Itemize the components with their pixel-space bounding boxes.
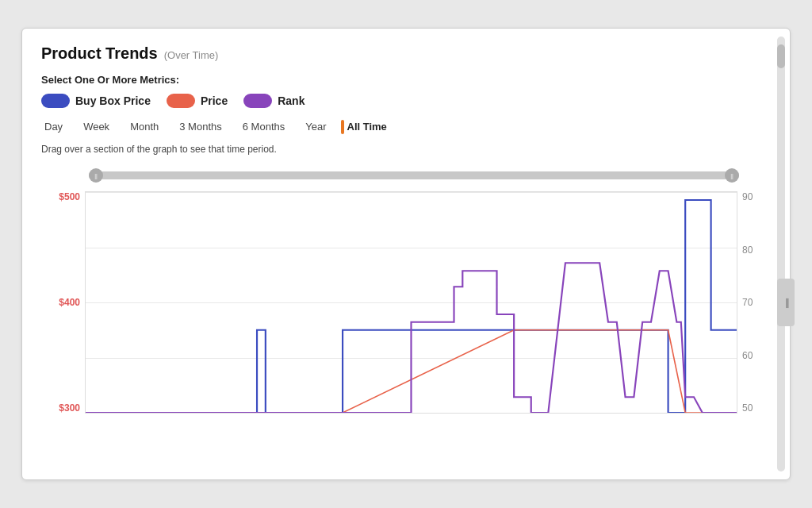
grid-line-5 <box>86 413 737 414</box>
metrics-label: Select One Or More Metrics: <box>41 74 771 86</box>
y-left-label-2: $300 <box>59 402 80 414</box>
price-label: Price <box>201 94 228 107</box>
scrollbar-thumb[interactable] <box>777 44 785 68</box>
time-btn-month[interactable]: Month <box>127 119 162 134</box>
legend-buy-box-price[interactable]: Buy Box Price <box>41 94 151 108</box>
graph-inner <box>85 191 737 414</box>
time-btn-all-time[interactable]: All Time <box>344 119 390 134</box>
legend-price[interactable]: Price <box>167 94 228 108</box>
y-right-label-4: 50 <box>742 402 753 414</box>
range-handle-left[interactable] <box>89 168 103 183</box>
product-trends-card: Product Trends (Over Time) Select One Or… <box>21 28 791 480</box>
price-pill <box>167 94 195 108</box>
time-btn-year[interactable]: Year <box>302 119 329 134</box>
time-btn-week[interactable]: Week <box>80 119 113 134</box>
time-btn-6months[interactable]: 6 Months <box>239 119 288 134</box>
right-scroll-btn[interactable] <box>777 279 795 326</box>
y-left-label-1: $400 <box>59 297 80 308</box>
graph-container: $500 $400 $300 <box>41 191 771 414</box>
legend-row: Buy Box Price Price Rank <box>41 94 771 108</box>
rank-label: Rank <box>278 94 304 107</box>
drag-hint: Drag over a section of the graph to see … <box>41 144 771 155</box>
buy-box-price-label: Buy Box Price <box>75 94 151 107</box>
y-axis-left: $500 $400 $300 <box>41 191 85 414</box>
y-left-label-0: $500 <box>59 191 80 202</box>
chart-svg <box>86 192 737 413</box>
y-right-label-3: 60 <box>742 350 753 361</box>
buy-box-price-pill <box>41 94 70 108</box>
chart-area: $500 $400 $300 <box>41 166 771 428</box>
y-right-label-0: 90 <box>742 191 753 202</box>
y-axis-right: 90 80 70 60 50 <box>737 191 771 414</box>
page-title: Product Trends <box>41 44 158 63</box>
time-btn-day[interactable]: Day <box>41 119 66 134</box>
y-right-label-1: 80 <box>742 244 753 256</box>
rank-pill <box>243 94 272 108</box>
title-row: Product Trends (Over Time) <box>41 44 771 63</box>
timerange-row: Day Week Month 3 Months 6 Months Year Al… <box>41 119 771 134</box>
legend-rank[interactable]: Rank <box>243 94 304 108</box>
y-right-label-2: 70 <box>742 297 753 308</box>
scrollbar[interactable] <box>777 37 785 471</box>
range-slider[interactable] <box>89 166 739 185</box>
range-handle-right[interactable] <box>725 168 739 183</box>
range-track <box>89 171 739 179</box>
page-subtitle: (Over Time) <box>164 49 219 61</box>
time-btn-3months[interactable]: 3 Months <box>176 119 224 134</box>
